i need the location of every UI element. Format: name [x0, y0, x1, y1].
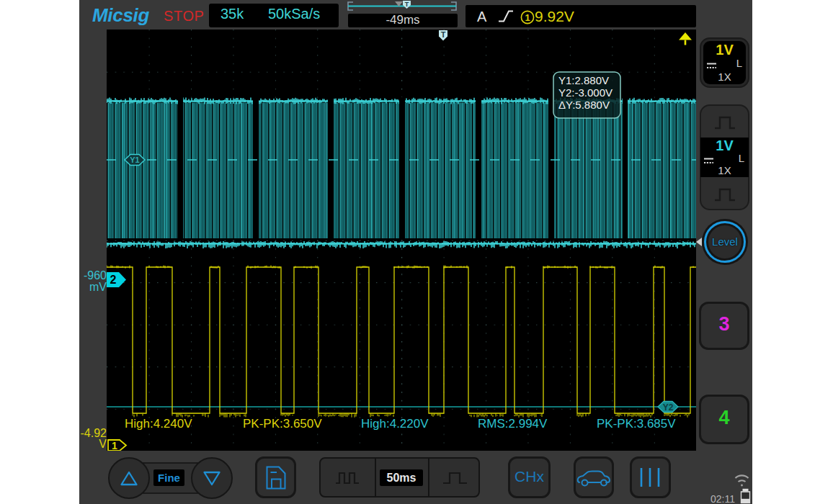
svg-text:2: 2 [110, 274, 117, 286]
svg-text:1: 1 [112, 440, 117, 451]
svg-text:T: T [405, 1, 409, 8]
svg-text:Y1: Y1 [130, 156, 139, 164]
svg-text:1: 1 [525, 12, 530, 23]
svg-text:High:4.240V: High:4.240V [125, 417, 192, 431]
svg-text:RMS:2.994V: RMS:2.994V [478, 417, 548, 431]
svg-text:ΔY:5.880V: ΔY:5.880V [558, 99, 610, 111]
svg-text:Y2:-3.000V: Y2:-3.000V [558, 86, 612, 99]
svg-text:Y2: Y2 [663, 402, 674, 413]
svg-text:PK-PK:3.685V: PK-PK:3.685V [597, 417, 676, 431]
svg-text:T: T [441, 30, 446, 39]
svg-text:PK-PK:3.650V: PK-PK:3.650V [243, 417, 322, 431]
svg-text:Y1:2.880V: Y1:2.880V [558, 74, 609, 86]
svg-text:High:4.220V: High:4.220V [361, 417, 429, 431]
